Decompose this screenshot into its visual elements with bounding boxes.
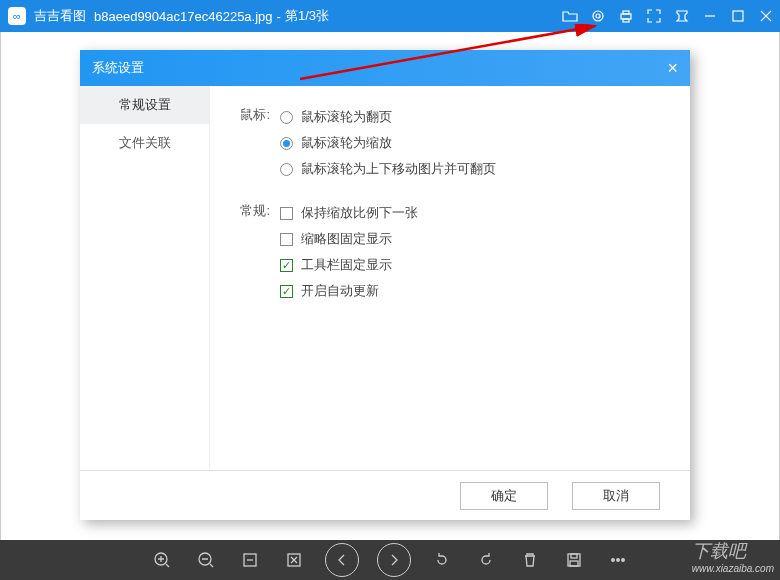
- radio-label: 鼠标滚轮为翻页: [301, 108, 392, 126]
- dialog-footer: 确定 取消: [80, 470, 690, 520]
- zoom-out-icon[interactable]: [193, 547, 219, 573]
- svg-rect-2: [621, 14, 631, 19]
- fullscreen-icon[interactable]: [640, 0, 668, 32]
- ok-button[interactable]: 确定: [460, 482, 548, 510]
- close-window-icon[interactable]: [752, 0, 780, 32]
- svg-point-15: [617, 559, 620, 562]
- dialog-sidebar: 常规设置 文件关联: [80, 86, 210, 470]
- chk-keep-zoom[interactable]: [280, 207, 293, 220]
- delete-icon[interactable]: [517, 547, 543, 573]
- dialog-titlebar: 系统设置 ×: [80, 50, 690, 86]
- radio-wheel-zoom[interactable]: [280, 137, 293, 150]
- radio-wheel-scroll[interactable]: [280, 163, 293, 176]
- chk-label: 保持缩放比例下一张: [301, 204, 418, 222]
- prev-image-icon[interactable]: [325, 543, 359, 577]
- settings-icon[interactable]: [584, 0, 612, 32]
- pin-icon[interactable]: [668, 0, 696, 32]
- chk-thumb-fixed[interactable]: [280, 233, 293, 246]
- svg-point-1: [596, 14, 600, 18]
- cancel-button[interactable]: 取消: [572, 482, 660, 510]
- more-icon[interactable]: [605, 547, 631, 573]
- rotate-right-icon[interactable]: [473, 547, 499, 573]
- chk-label: 缩略图固定显示: [301, 230, 392, 248]
- next-image-icon[interactable]: [377, 543, 411, 577]
- chk-auto-update[interactable]: ✓: [280, 285, 293, 298]
- chk-toolbar-fixed[interactable]: ✓: [280, 259, 293, 272]
- general-section-label: 常规:: [230, 200, 280, 222]
- maximize-icon[interactable]: [724, 0, 752, 32]
- rotate-left-icon[interactable]: [429, 547, 455, 573]
- window-titlebar: ∞ 吉吉看图 b8aeed9904ac17ec46225a.jpg - 第1/3…: [0, 0, 780, 32]
- svg-rect-3: [623, 11, 629, 14]
- watermark: 下载吧 www.xiazaiba.com: [692, 539, 774, 574]
- watermark-url: www.xiazaiba.com: [692, 563, 774, 574]
- dialog-title: 系统设置: [92, 59, 144, 77]
- fit-icon[interactable]: [237, 547, 263, 573]
- tab-file-association[interactable]: 文件关联: [80, 124, 209, 162]
- app-name: 吉吉看图: [34, 7, 86, 25]
- page-position: 第1/3张: [285, 7, 329, 25]
- radio-label: 鼠标滚轮为缩放: [301, 134, 392, 152]
- svg-rect-13: [570, 561, 578, 566]
- svg-point-16: [622, 559, 625, 562]
- dialog-close-icon[interactable]: ×: [667, 58, 678, 79]
- minimize-icon[interactable]: [696, 0, 724, 32]
- dialog-content: 鼠标: 鼠标滚轮为翻页 鼠标滚轮为缩放 鼠标滚轮为上下移动图片并可翻页 常规: …: [210, 86, 690, 470]
- svg-rect-12: [571, 554, 577, 558]
- open-folder-icon[interactable]: [556, 0, 584, 32]
- bottom-toolbar: [0, 540, 780, 580]
- app-logo-icon: ∞: [8, 7, 26, 25]
- zoom-in-icon[interactable]: [149, 547, 175, 573]
- watermark-text: 下载吧: [692, 539, 774, 563]
- svg-rect-5: [733, 11, 743, 21]
- save-icon[interactable]: [561, 547, 587, 573]
- settings-dialog: 系统设置 × 常规设置 文件关联 鼠标: 鼠标滚轮为翻页 鼠标滚轮为缩放 鼠标滚…: [80, 50, 690, 520]
- svg-point-0: [593, 11, 603, 21]
- mouse-section-label: 鼠标:: [230, 104, 280, 126]
- radio-wheel-page[interactable]: [280, 111, 293, 124]
- svg-rect-4: [623, 19, 629, 22]
- file-name: b8aeed9904ac17ec46225a.jpg: [94, 9, 273, 24]
- actual-size-icon[interactable]: [281, 547, 307, 573]
- chk-label: 工具栏固定显示: [301, 256, 392, 274]
- chk-label: 开启自动更新: [301, 282, 379, 300]
- tab-general-settings[interactable]: 常规设置: [80, 86, 209, 124]
- print-icon[interactable]: [612, 0, 640, 32]
- radio-label: 鼠标滚轮为上下移动图片并可翻页: [301, 160, 496, 178]
- svg-point-14: [612, 559, 615, 562]
